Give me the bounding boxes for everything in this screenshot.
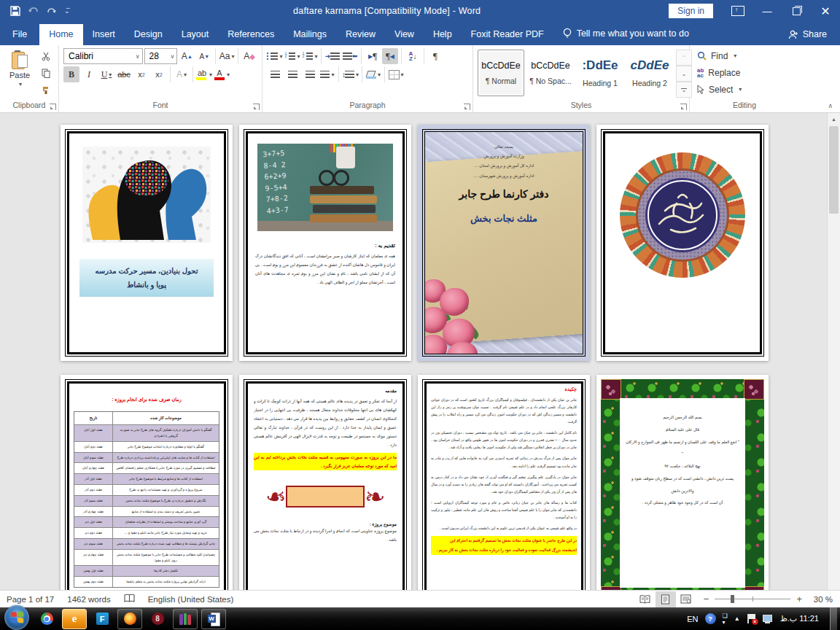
- print-layout-button[interactable]: [656, 591, 676, 607]
- page-6[interactable]: مقدمه از آنجا که تفکر و تعمق در پدیده ها…: [239, 375, 411, 590]
- tab-file[interactable]: File: [0, 24, 39, 45]
- change-case-button[interactable]: Aa▾: [219, 48, 235, 64]
- restore-button[interactable]: [782, 0, 811, 22]
- align-center-button[interactable]: [284, 66, 300, 82]
- tab-help[interactable]: Help: [424, 24, 462, 45]
- style-normal[interactable]: bCcDdEe ¶ Normal: [478, 50, 524, 96]
- increase-indent-button[interactable]: ⬅: [342, 48, 358, 64]
- show-hidden-icons[interactable]: ▲: [734, 615, 740, 622]
- multilevel-list-button[interactable]: ▾: [302, 48, 318, 64]
- replace-button[interactable]: abac Replace: [694, 64, 795, 81]
- zoom-in-button[interactable]: +: [796, 594, 802, 604]
- text-highlight-button[interactable]: ab▾: [196, 66, 212, 82]
- numbering-button[interactable]: ▾: [284, 48, 300, 64]
- clipboard-dialog-launcher[interactable]: [50, 104, 56, 110]
- vertical-scrollbar[interactable]: ▲: [827, 113, 840, 590]
- taskbar-foxit-button[interactable]: F: [90, 610, 114, 629]
- tab-home[interactable]: Home: [39, 24, 82, 45]
- taskbar-chrome-button[interactable]: [35, 610, 58, 629]
- sign-in-button[interactable]: Sign in: [669, 4, 713, 18]
- clear-formatting-button[interactable]: A◆: [241, 48, 257, 64]
- page-5[interactable]: زمان صرف شده برای انجام پروژه : موضوعات …: [61, 375, 233, 590]
- font-size-combo[interactable]: 28∨: [144, 48, 178, 64]
- bold-button[interactable]: B: [63, 66, 79, 82]
- tab-mailings[interactable]: Mailings: [284, 24, 336, 45]
- zoom-slider[interactable]: [715, 599, 790, 599]
- tab-review[interactable]: Review: [336, 24, 385, 45]
- text-effects-button[interactable]: A▾: [174, 66, 190, 82]
- page-4[interactable]: [596, 125, 769, 361]
- ltr-direction-button[interactable]: ▶¶: [365, 48, 381, 64]
- decrease-indent-button[interactable]: ➜: [324, 48, 341, 64]
- scroll-up-arrow[interactable]: ▲: [828, 113, 840, 125]
- align-right-button[interactable]: [302, 66, 318, 82]
- underline-button[interactable]: U▾: [98, 66, 114, 82]
- borders-button[interactable]: ▾: [388, 66, 404, 82]
- page-8[interactable]: بسم الله الرحمن الرحیم قال علی علیه السل…: [596, 375, 769, 590]
- line-spacing-button[interactable]: ↕▾: [342, 66, 359, 82]
- save-icon[interactable]: [10, 6, 20, 16]
- font-color-button[interactable]: A▾: [214, 66, 230, 82]
- proofing-status[interactable]: [117, 594, 141, 605]
- paste-dropdown-arrow[interactable]: ▾: [19, 81, 22, 88]
- minimize-button[interactable]: —: [752, 0, 782, 22]
- copy-button[interactable]: [38, 65, 54, 81]
- grow-font-button[interactable]: A▲: [179, 48, 195, 64]
- style-no-spacing[interactable]: bCcDdEe ¶ No Spac...: [527, 50, 574, 96]
- tab-references[interactable]: References: [218, 24, 284, 45]
- taskbar-winrar-button[interactable]: [173, 609, 198, 629]
- window-restore-tray-icon[interactable]: ❏▾: [723, 612, 728, 626]
- page-1[interactable]: تحول بنیادین، مسیر حرکت مدرسه پویا و بان…: [61, 125, 233, 361]
- web-layout-button[interactable]: [676, 591, 696, 607]
- style-heading2[interactable]: cDdEe Heading 2: [626, 50, 673, 96]
- page-3[interactable]: بسمه تعالی وزارت آموزش و پرورش اداره کل …: [418, 125, 590, 361]
- bullets-button[interactable]: ▾: [267, 48, 283, 64]
- tab-foxit-reader-pdf[interactable]: Foxit Reader PDF: [462, 24, 553, 45]
- tell-me-box[interactable]: Tell me what you want to do: [553, 23, 699, 45]
- page-7[interactable]: چکیده جابر بن حیان یکی از دانشمندان ، فی…: [418, 375, 590, 590]
- italic-button[interactable]: I: [81, 66, 97, 82]
- find-button[interactable]: Find▾: [694, 47, 795, 64]
- superscript-button[interactable]: x2: [151, 66, 167, 82]
- collapse-ribbon-button[interactable]: ∧: [828, 102, 833, 109]
- page-2[interactable]: 3+7+58-4 2 6+2+99-5+4 7+8-24+3-7: [239, 125, 411, 361]
- show-hide-paragraph-button[interactable]: ¶: [427, 48, 443, 64]
- taskbar-clock[interactable]: 11:21 ب.ظ: [780, 614, 819, 623]
- show-desktop-button[interactable]: [830, 607, 837, 630]
- scrollbar-thumb[interactable]: [829, 126, 839, 214]
- redo-icon[interactable]: [47, 7, 57, 16]
- language-indicator[interactable]: English (United States): [141, 595, 241, 604]
- tab-design[interactable]: Design: [125, 24, 172, 45]
- tab-insert[interactable]: Insert: [83, 24, 125, 45]
- taskbar-red8-button[interactable]: 8: [146, 610, 169, 629]
- read-mode-button[interactable]: [635, 591, 656, 607]
- paste-button[interactable]: Paste ▾: [4, 48, 35, 97]
- share-button[interactable]: Share: [775, 24, 840, 45]
- ribbon-display-options-button[interactable]: [723, 0, 752, 22]
- document-area[interactable]: تحول بنیادین، مسیر حرکت مدرسه پویا و بان…: [0, 113, 840, 590]
- taskbar-e-browser-button[interactable]: e: [62, 609, 87, 629]
- tab-layout[interactable]: Layout: [172, 24, 219, 45]
- page-indicator[interactable]: Page 1 of 17: [0, 595, 61, 604]
- format-painter-button[interactable]: [38, 82, 54, 98]
- paragraph-dialog-launcher[interactable]: [464, 104, 470, 110]
- rtl-direction-button[interactable]: ¶◀: [382, 48, 398, 64]
- tab-view[interactable]: View: [385, 24, 424, 45]
- zoom-level[interactable]: 30 %: [808, 595, 833, 604]
- network-icon[interactable]: [763, 615, 774, 623]
- customize-qat-icon[interactable]: ⌄̅: [64, 7, 70, 15]
- font-family-combo[interactable]: Calibri∨: [63, 48, 143, 64]
- select-button[interactable]: Select▾: [694, 81, 795, 98]
- word-count[interactable]: 1462 words: [61, 595, 117, 604]
- taskbar-firefox-button[interactable]: [117, 609, 142, 629]
- sort-button[interactable]: AZ↓: [405, 48, 421, 64]
- undo-icon[interactable]: [28, 7, 39, 16]
- align-left-button[interactable]: [267, 66, 283, 82]
- language-indicator-tray[interactable]: EN: [687, 615, 698, 623]
- taskbar-word-button[interactable]: W: [201, 609, 226, 629]
- subscript-button[interactable]: x2: [133, 66, 149, 82]
- start-button[interactable]: [4, 605, 29, 630]
- cut-button[interactable]: [38, 48, 54, 64]
- style-heading1[interactable]: :DdEe Heading 1: [577, 50, 623, 96]
- action-center-flag-icon[interactable]: ✕: [747, 614, 756, 623]
